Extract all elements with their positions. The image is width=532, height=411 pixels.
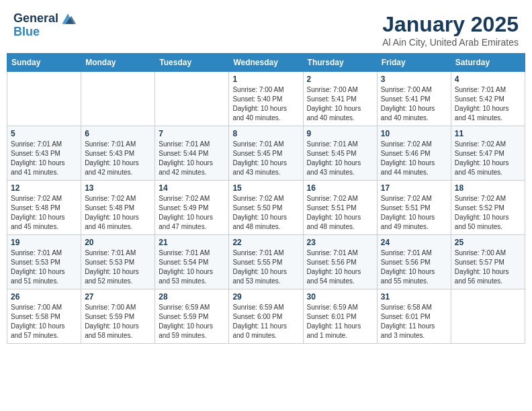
calendar-cell: 8Sunrise: 7:01 AMSunset: 5:45 PMDaylight… [229,126,303,181]
day-number: 13 [85,183,151,193]
day-number: 26 [11,292,77,302]
day-number: 6 [85,129,151,138]
title-block: January 2025 Al Ain City, United Arab Em… [382,12,519,48]
day-info: Sunrise: 7:01 AMSunset: 5:44 PMDaylight:… [159,140,225,177]
day-info: Sunrise: 7:02 AMSunset: 5:46 PMDaylight:… [381,140,447,177]
day-info: Sunrise: 7:02 AMSunset: 5:50 PMDaylight:… [232,194,299,232]
calendar-cell: 4Sunrise: 7:01 AMSunset: 5:42 PMDaylight… [451,72,525,126]
day-info: Sunrise: 7:02 AMSunset: 5:47 PMDaylight:… [455,140,521,177]
day-number: 22 [232,238,299,247]
day-info: Sunrise: 7:01 AMSunset: 5:45 PMDaylight:… [232,140,299,177]
calendar-week-5: 26Sunrise: 7:00 AMSunset: 5:58 PMDayligh… [7,289,525,344]
day-number: 18 [455,183,521,193]
calendar-week-1: 1Sunrise: 7:00 AMSunset: 5:40 PMDaylight… [7,72,525,126]
day-info: Sunrise: 7:01 AMSunset: 5:45 PMDaylight:… [307,140,373,177]
day-info: Sunrise: 7:02 AMSunset: 5:51 PMDaylight:… [381,194,447,232]
day-number: 11 [455,129,521,138]
day-info: Sunrise: 7:01 AMSunset: 5:55 PMDaylight:… [232,248,299,286]
calendar-cell: 6Sunrise: 7:01 AMSunset: 5:43 PMDaylight… [81,126,155,181]
calendar-table: SundayMondayTuesdayWednesdayThursdayFrid… [7,53,525,344]
day-number: 21 [159,238,225,247]
logo-text-general: General [13,12,58,26]
day-info: Sunrise: 7:01 AMSunset: 5:53 PMDaylight:… [85,248,151,286]
day-info: Sunrise: 7:00 AMSunset: 5:58 PMDaylight:… [11,303,77,340]
calendar-cell: 23Sunrise: 7:01 AMSunset: 5:56 PMDayligh… [303,235,377,289]
calendar-cell: 31Sunrise: 6:58 AMSunset: 6:01 PMDayligh… [377,289,451,344]
weekday-header-row: SundayMondayTuesdayWednesdayThursdayFrid… [7,54,525,72]
day-info: Sunrise: 6:59 AMSunset: 5:59 PMDaylight:… [159,303,225,340]
calendar-cell: 28Sunrise: 6:59 AMSunset: 5:59 PMDayligh… [155,289,229,344]
day-number: 1 [232,75,299,84]
day-number: 28 [159,292,225,302]
calendar-cell: 14Sunrise: 7:02 AMSunset: 5:49 PMDayligh… [155,181,229,235]
day-info: Sunrise: 7:01 AMSunset: 5:53 PMDaylight:… [11,248,77,286]
calendar-cell: 18Sunrise: 7:02 AMSunset: 5:52 PMDayligh… [451,181,525,235]
weekday-header-thursday: Thursday [303,54,377,72]
calendar-cell: 17Sunrise: 7:02 AMSunset: 5:51 PMDayligh… [377,181,451,235]
calendar-cell: 10Sunrise: 7:02 AMSunset: 5:46 PMDayligh… [377,126,451,181]
day-info: Sunrise: 7:00 AMSunset: 5:57 PMDaylight:… [455,248,521,286]
weekday-header-saturday: Saturday [451,54,525,72]
calendar-week-2: 5Sunrise: 7:01 AMSunset: 5:43 PMDaylight… [7,126,525,181]
weekday-header-monday: Monday [81,54,155,72]
day-info: Sunrise: 7:00 AMSunset: 5:41 PMDaylight:… [381,85,447,123]
day-number: 16 [307,183,373,193]
day-number: 25 [455,238,521,247]
calendar-cell: 16Sunrise: 7:02 AMSunset: 5:51 PMDayligh… [303,181,377,235]
day-info: Sunrise: 7:00 AMSunset: 5:59 PMDaylight:… [85,303,151,340]
calendar-cell: 2Sunrise: 7:00 AMSunset: 5:41 PMDaylight… [303,72,377,126]
calendar-cell: 9Sunrise: 7:01 AMSunset: 5:45 PMDaylight… [303,126,377,181]
logo-icon [60,12,76,26]
calendar-cell [7,72,81,126]
calendar-cell: 27Sunrise: 7:00 AMSunset: 5:59 PMDayligh… [81,289,155,344]
calendar-cell: 26Sunrise: 7:00 AMSunset: 5:58 PMDayligh… [7,289,81,344]
day-number: 7 [159,129,225,138]
calendar-cell [155,72,229,126]
day-number: 30 [307,292,373,302]
day-number: 4 [455,75,521,84]
weekday-header-tuesday: Tuesday [155,54,229,72]
calendar-header: SundayMondayTuesdayWednesdayThursdayFrid… [7,54,525,72]
day-info: Sunrise: 6:59 AMSunset: 6:01 PMDaylight:… [307,303,373,340]
calendar-cell: 25Sunrise: 7:00 AMSunset: 5:57 PMDayligh… [451,235,525,289]
day-number: 9 [307,129,373,138]
calendar-cell: 11Sunrise: 7:02 AMSunset: 5:47 PMDayligh… [451,126,525,181]
calendar-cell: 24Sunrise: 7:01 AMSunset: 5:56 PMDayligh… [377,235,451,289]
day-info: Sunrise: 7:01 AMSunset: 5:42 PMDaylight:… [455,85,521,123]
calendar-cell: 22Sunrise: 7:01 AMSunset: 5:55 PMDayligh… [229,235,303,289]
weekday-header-friday: Friday [377,54,451,72]
calendar-week-3: 12Sunrise: 7:02 AMSunset: 5:48 PMDayligh… [7,181,525,235]
day-info: Sunrise: 7:02 AMSunset: 5:51 PMDaylight:… [307,194,373,232]
day-number: 17 [381,183,447,193]
calendar-cell [81,72,155,126]
calendar-cell: 7Sunrise: 7:01 AMSunset: 5:44 PMDaylight… [155,126,229,181]
calendar-cell: 12Sunrise: 7:02 AMSunset: 5:48 PMDayligh… [7,181,81,235]
calendar-body: 1Sunrise: 7:00 AMSunset: 5:40 PMDaylight… [7,72,525,344]
logo: General Blue [13,12,76,39]
day-number: 27 [85,292,151,302]
day-number: 5 [11,129,77,138]
day-info: Sunrise: 6:58 AMSunset: 6:01 PMDaylight:… [381,303,447,340]
calendar-cell: 30Sunrise: 6:59 AMSunset: 6:01 PMDayligh… [303,289,377,344]
weekday-header-sunday: Sunday [7,54,81,72]
calendar-week-4: 19Sunrise: 7:01 AMSunset: 5:53 PMDayligh… [7,235,525,289]
calendar-cell: 20Sunrise: 7:01 AMSunset: 5:53 PMDayligh… [81,235,155,289]
day-info: Sunrise: 7:02 AMSunset: 5:48 PMDaylight:… [85,194,151,232]
day-info: Sunrise: 7:02 AMSunset: 5:48 PMDaylight:… [11,194,77,232]
day-info: Sunrise: 7:02 AMSunset: 5:49 PMDaylight:… [159,194,225,232]
day-info: Sunrise: 7:02 AMSunset: 5:52 PMDaylight:… [455,194,521,232]
day-info: Sunrise: 7:01 AMSunset: 5:54 PMDaylight:… [159,248,225,286]
calendar-cell: 13Sunrise: 7:02 AMSunset: 5:48 PMDayligh… [81,181,155,235]
page-header: General Blue January 2025 Al Ain City, U… [7,7,525,50]
day-number: 3 [381,75,447,84]
day-info: Sunrise: 7:01 AMSunset: 5:56 PMDaylight:… [381,248,447,286]
day-number: 12 [11,183,77,193]
day-info: Sunrise: 6:59 AMSunset: 6:00 PMDaylight:… [232,303,299,340]
day-number: 23 [307,238,373,247]
day-info: Sunrise: 7:00 AMSunset: 5:41 PMDaylight:… [307,85,373,123]
calendar-cell: 5Sunrise: 7:01 AMSunset: 5:43 PMDaylight… [7,126,81,181]
weekday-header-wednesday: Wednesday [229,54,303,72]
month-title: January 2025 [382,12,519,37]
calendar-cell: 3Sunrise: 7:00 AMSunset: 5:41 PMDaylight… [377,72,451,126]
day-number: 24 [381,238,447,247]
